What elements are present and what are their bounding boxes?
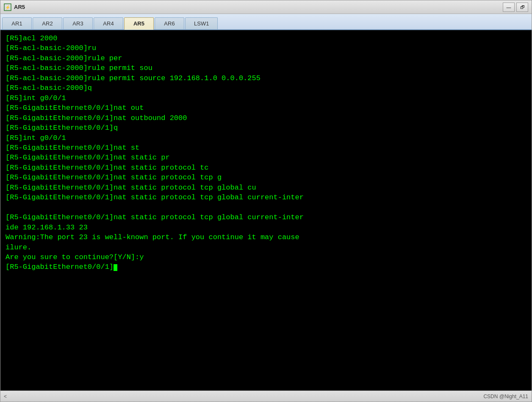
tab-ar1[interactable]: AR1 — [2, 17, 32, 29]
tab-ar5[interactable]: AR5 — [124, 17, 154, 30]
tab-lsw1[interactable]: LSW1 — [185, 17, 218, 29]
window-controls: — 🗗 — [503, 3, 528, 12]
minimize-button[interactable]: — — [503, 3, 515, 12]
status-bar: < CSDN @Night_A11 — [0, 391, 532, 402]
status-right: CSDN @Night_A11 — [483, 394, 528, 399]
tab-ar6[interactable]: AR6 — [155, 17, 184, 29]
window-title: AR5 — [14, 4, 503, 10]
main-window: ⚡ AR5 — 🗗 AR1 AR2 AR3 AR4 AR5 — [0, 0, 532, 402]
terminal-output: [R5]acl 2000 [R5-acl-basic-2000]ru [R5-a… — [6, 34, 526, 272]
tab-ar2[interactable]: AR2 — [33, 17, 62, 29]
terminal-area[interactable]: [R5]acl 2000 [R5-acl-basic-2000]ru [R5-a… — [0, 30, 532, 391]
status-left: < — [4, 394, 483, 399]
tab-bar: AR1 AR2 AR3 AR4 AR5 AR6 LSW1 — [0, 14, 532, 30]
svg-text:⚡: ⚡ — [5, 5, 11, 10]
title-bar: ⚡ AR5 — 🗗 — [0, 0, 532, 14]
tab-ar4[interactable]: AR4 — [94, 17, 123, 29]
tab-ar3[interactable]: AR3 — [63, 17, 93, 29]
app-icon: ⚡ — [4, 3, 11, 11]
restore-button[interactable]: 🗗 — [516, 3, 528, 12]
